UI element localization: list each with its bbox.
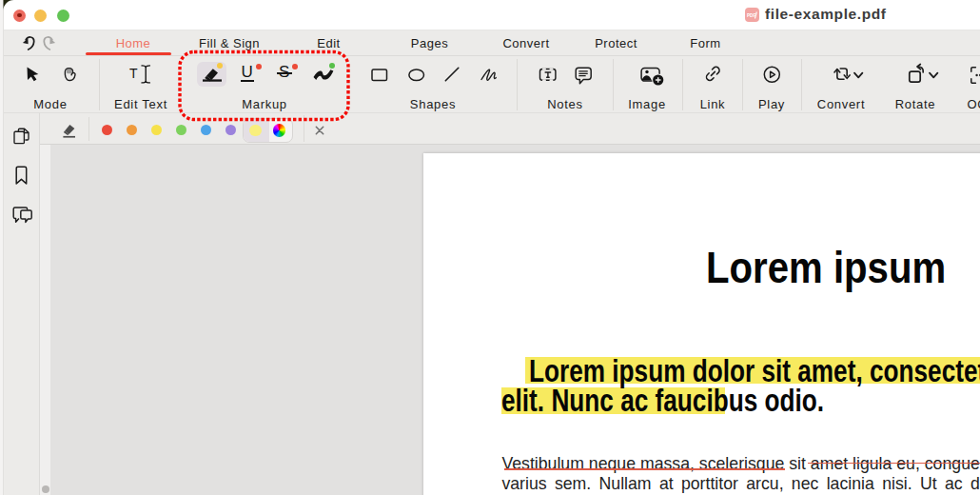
svg-text:PDF: PDF: [747, 12, 755, 17]
